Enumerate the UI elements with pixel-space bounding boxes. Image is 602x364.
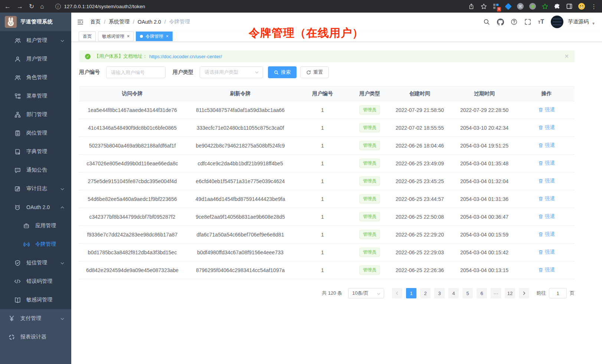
page-button-5[interactable]: 5: [462, 288, 473, 298]
search-icon[interactable]: [483, 19, 490, 26]
force-logout-button[interactable]: 强退: [538, 213, 555, 220]
next-page-button[interactable]: [519, 288, 529, 298]
trash-icon: [538, 249, 543, 255]
sidebar-item-user[interactable]: 用户管理: [0, 50, 71, 68]
yen-icon: [8, 315, 15, 322]
tab-close-icon[interactable]: ×: [127, 34, 130, 39]
puzzle-extensions-icon[interactable]: [553, 3, 561, 10]
user-type-tag: 管理员: [359, 265, 380, 274]
page-button-3[interactable]: 3: [434, 288, 445, 298]
extension-badge-count: 9: [497, 7, 501, 11]
help-icon[interactable]: [511, 19, 518, 26]
sidebar-item-error-code[interactable]: 错误码管理: [0, 272, 71, 291]
avatar[interactable]: [551, 16, 563, 28]
share-icon[interactable]: [468, 3, 475, 10]
user-type-select[interactable]: 请选择用户类型: [200, 66, 263, 78]
chevron-down-icon[interactable]: ▼: [592, 21, 595, 26]
access-token-cell: 6d842e2924594de9a09e45e087323abe: [79, 261, 186, 279]
fullscreen-icon[interactable]: [524, 19, 531, 26]
back-icon[interactable]: ←: [4, 3, 11, 10]
loader-circle-icon: [8, 334, 15, 340]
sidebar-item-sensitive-word[interactable]: 敏感词管理: [0, 291, 71, 309]
command-extension-icon[interactable]: ⌘: [517, 3, 524, 10]
user-id-input[interactable]: [106, 66, 166, 78]
page-ellipsis[interactable]: ···: [491, 288, 501, 298]
side-panel-icon[interactable]: [566, 3, 573, 10]
page-button-2[interactable]: 2: [420, 288, 431, 298]
tab-敏感词管理[interactable]: 敏感词管理×: [98, 32, 134, 41]
record-extension-icon[interactable]: [529, 3, 536, 10]
forward-icon[interactable]: →: [17, 3, 23, 10]
goto-page-input[interactable]: [549, 288, 567, 298]
force-logout-button[interactable]: 强退: [538, 142, 555, 149]
sidebar-item-notice[interactable]: 通知公告: [0, 161, 71, 179]
force-logout-button[interactable]: 强退: [538, 160, 555, 166]
user-type-cell: 管理员: [350, 101, 389, 119]
sidebar-item-oauth2-token[interactable]: 令牌管理: [0, 235, 71, 254]
sidebar-item-report[interactable]: 报表设计器: [0, 328, 71, 346]
sidebar-item-oauth2-app[interactable]: 应用管理: [0, 216, 71, 235]
sidebar-item-audit-log[interactable]: 审计日志: [0, 179, 71, 198]
tab-首页[interactable]: 首页: [79, 32, 96, 41]
breadcrumb-item[interactable]: 首页: [90, 19, 101, 25]
user-type-tag: 管理员: [359, 123, 380, 132]
sidebar-item-role[interactable]: 角色管理: [0, 68, 71, 87]
prev-page-button[interactable]: [392, 288, 402, 298]
page-button-4[interactable]: 4: [448, 288, 459, 298]
page-button-6[interactable]: 6: [477, 288, 487, 298]
bookmark-star-icon[interactable]: [480, 3, 487, 10]
search-button[interactable]: 搜索: [268, 66, 297, 78]
home-icon[interactable]: ⌂: [40, 3, 44, 10]
reload-icon[interactable]: ↻: [29, 3, 34, 10]
force-logout-button[interactable]: 强退: [538, 124, 555, 131]
hamburger-icon[interactable]: [77, 19, 84, 26]
page-size-select[interactable]: 10条/页: [348, 288, 384, 298]
tab-令牌管理[interactable]: 令牌管理×: [136, 32, 173, 41]
force-logout-button[interactable]: 强退: [538, 106, 555, 113]
force-logout-button[interactable]: 强退: [538, 249, 555, 255]
force-logout-button[interactable]: 强退: [538, 178, 555, 184]
reset-button[interactable]: 重置: [300, 66, 329, 78]
user-type-tag: 管理员: [359, 159, 380, 168]
site-info-icon[interactable]: i: [55, 4, 61, 9]
token-table: 访问令牌刷新令牌用户编号用户类型创建时间过期时间操作 1ea5e44f8bc14…: [79, 86, 575, 279]
tab-close-icon[interactable]: ×: [166, 34, 169, 39]
username[interactable]: 芋道源码: [568, 19, 589, 25]
user-id-cell: 1: [295, 119, 350, 137]
sidebar-item-tenant[interactable]: 租户管理: [0, 31, 71, 50]
github-icon[interactable]: [497, 19, 504, 26]
browser-menu-icon[interactable]: ⋮: [590, 3, 598, 10]
users-icon: [14, 74, 21, 81]
search-button-label: 搜索: [281, 69, 291, 76]
force-logout-button[interactable]: 强退: [538, 195, 555, 202]
address-bar[interactable]: i 127.0.0.1:1024/system/oauth2/token: [55, 4, 263, 9]
alert-close-icon[interactable]: ✕: [564, 53, 569, 60]
user-type-cell: 管理员: [350, 119, 389, 137]
sidebar-item-menu[interactable]: 菜单管理: [0, 87, 71, 105]
font-size-icon[interactable]: TT: [538, 19, 544, 25]
table-row: 41c41346a548490f9dc8b01c6bfe0865333ecfc7…: [79, 119, 575, 137]
gem-extension-icon[interactable]: [504, 3, 512, 10]
force-logout-button[interactable]: 强退: [538, 267, 555, 273]
extension-badge-icon[interactable]: 9: [492, 3, 500, 10]
breadcrumb-item[interactable]: 系统管理: [109, 19, 130, 25]
refresh-token-cell: be90422b8c7946218275a508bf524fc9: [186, 137, 295, 155]
emoji-profile-icon[interactable]: [578, 3, 585, 10]
sidebar-item-dept[interactable]: 部门管理: [0, 105, 71, 124]
page-button-12[interactable]: 12: [505, 288, 515, 298]
doc-link[interactable]: https://doc.iocoder.cn/user-center/: [149, 54, 222, 59]
force-logout-button[interactable]: 强退: [538, 231, 555, 238]
page-button-1[interactable]: 1: [406, 288, 416, 298]
app-logo-bar[interactable]: 芋道管理系统: [0, 13, 71, 31]
sidebar-item-sms[interactable]: 短信管理: [0, 254, 71, 272]
user-type-tag: 管理员: [359, 248, 380, 257]
sidebar-bottom-section: 支付管理报表设计器: [0, 309, 71, 364]
sidebar-item-oauth2[interactable]: OAuth 2.0: [0, 198, 71, 216]
sidebar-item-pay[interactable]: 支付管理: [0, 309, 71, 328]
sidebar-item-post[interactable]: 岗位管理: [0, 124, 71, 142]
sidebar-item-dict[interactable]: 字典管理: [0, 142, 71, 161]
table-row: b0d1785bc3a8482f812db4a3f3bd15ecb0df4980…: [79, 244, 575, 261]
green-star-extension-icon[interactable]: [541, 3, 549, 10]
user-type-label: 用户类型: [173, 69, 193, 76]
breadcrumb-item[interactable]: OAuth 2.0: [138, 19, 161, 25]
